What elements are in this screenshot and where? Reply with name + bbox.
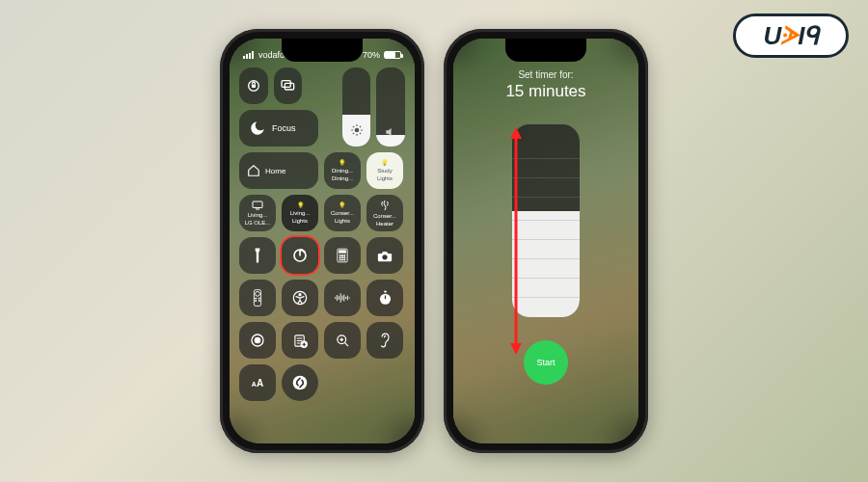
home-label: Home (265, 167, 285, 175)
svg-point-37 (256, 300, 257, 301)
battery-icon (384, 51, 401, 59)
record-icon (250, 333, 265, 348)
magnifier-icon (336, 334, 350, 348)
svg-point-31 (344, 259, 345, 260)
moon-icon (249, 120, 266, 137)
magnifier-button[interactable] (324, 322, 361, 359)
svg-point-9 (354, 128, 359, 133)
svg-rect-3 (252, 51, 254, 59)
svg-point-29 (339, 259, 340, 260)
flashlight-button[interactable] (239, 237, 276, 274)
notch (282, 39, 363, 62)
svg-point-54 (255, 337, 259, 342)
svg-point-35 (256, 298, 257, 299)
text-size-button[interactable]: AA (239, 364, 276, 401)
timer-value: 15 minutes (505, 82, 585, 101)
svg-point-25 (344, 254, 345, 255)
control-center: Focus Home 💡Dining...Dining... 💡StudyLig… (230, 64, 415, 401)
svg-point-28 (344, 257, 345, 258)
svg-point-26 (339, 257, 340, 258)
svg-line-15 (359, 133, 360, 134)
home-button[interactable]: Home (239, 152, 318, 189)
heater-icon (380, 200, 390, 211)
svg-point-23 (339, 254, 340, 255)
svg-point-50 (379, 294, 390, 305)
lightbulb-icon: 💡 (297, 202, 304, 208)
svg-point-24 (341, 254, 342, 255)
lightbulb-icon: 💡 (339, 202, 345, 208)
brightness-slider[interactable] (342, 67, 371, 147)
brightness-icon (350, 123, 364, 137)
ear-icon (378, 333, 392, 348)
remote-icon (253, 289, 262, 307)
flashlight-icon (251, 247, 264, 264)
living-tv-button[interactable]: Living...LG OLE... (239, 195, 276, 231)
dining-lights-button[interactable]: 💡Dining...Dining... (324, 152, 361, 189)
focus-button[interactable]: Focus (239, 110, 318, 147)
phone-control-center: vodafone UK VPN 70% (220, 29, 424, 453)
svg-point-34 (256, 291, 260, 296)
svg-rect-22 (339, 251, 346, 253)
calculator-button[interactable] (324, 237, 361, 274)
volume-slider[interactable] (376, 67, 405, 147)
svg-rect-1 (246, 54, 248, 59)
shazam-icon (292, 375, 308, 390)
phone-timer: Set timer for: 15 minutes Start (444, 29, 648, 453)
waveform-icon (334, 292, 351, 304)
accessibility-icon (292, 290, 308, 306)
stopwatch-button[interactable] (366, 280, 403, 316)
focus-label: Focus (272, 123, 296, 133)
svg-line-14 (352, 126, 353, 127)
timer-icon (292, 248, 308, 263)
camera-button[interactable] (366, 237, 403, 274)
svg-rect-0 (243, 56, 245, 59)
note-add-icon (293, 334, 308, 348)
cellular-signal-icon (243, 51, 255, 59)
stopwatch-icon (378, 290, 393, 306)
svg-line-16 (352, 133, 353, 134)
living-lights-button[interactable]: 💡Living...Lights (282, 195, 318, 231)
svg-point-27 (341, 257, 342, 258)
rotation-lock-button[interactable] (239, 67, 268, 104)
notch (505, 39, 586, 62)
start-button[interactable]: Start (524, 340, 568, 385)
svg-rect-6 (252, 85, 256, 88)
notes-button[interactable] (282, 322, 318, 359)
svg-point-38 (258, 300, 259, 301)
shazam-button[interactable] (282, 364, 318, 401)
home-icon (247, 164, 260, 177)
apple-tv-remote-button[interactable] (239, 280, 276, 316)
screen-record-button[interactable] (239, 322, 276, 359)
volume-icon (384, 125, 397, 139)
camera-icon (377, 250, 393, 262)
timer-title: Set timer for: (518, 69, 573, 80)
svg-point-32 (382, 254, 387, 259)
svg-point-36 (258, 298, 259, 299)
conserv-heater-button[interactable]: Conser...Heater (366, 195, 403, 231)
screen-mirroring-button[interactable] (274, 67, 303, 104)
conserv-lights-button[interactable]: 💡Conser...Lights (324, 195, 361, 231)
timer-duration-slider[interactable] (512, 124, 580, 317)
screen-mirroring-icon (280, 79, 295, 93)
text-size-icon: AA (252, 378, 263, 388)
svg-point-40 (299, 294, 301, 296)
tv-icon (252, 201, 263, 210)
timer-button[interactable] (282, 237, 318, 274)
rotation-lock-icon (246, 78, 261, 94)
svg-line-63 (344, 342, 348, 346)
calculator-icon (336, 248, 349, 263)
svg-rect-51 (384, 291, 386, 293)
lightbulb-icon: 💡 (339, 160, 345, 166)
svg-line-17 (359, 126, 360, 127)
study-lights-button[interactable]: 💡StudyLights (366, 152, 403, 189)
svg-rect-2 (249, 53, 251, 59)
hearing-button[interactable] (366, 322, 403, 359)
voice-memo-button[interactable] (324, 280, 361, 316)
svg-point-30 (341, 259, 342, 260)
accessibility-button[interactable] (282, 280, 318, 316)
svg-rect-18 (253, 201, 262, 208)
lightbulb-icon: 💡 (381, 160, 388, 166)
battery-percentage: 70% (363, 50, 380, 60)
start-label: Start (536, 358, 555, 367)
